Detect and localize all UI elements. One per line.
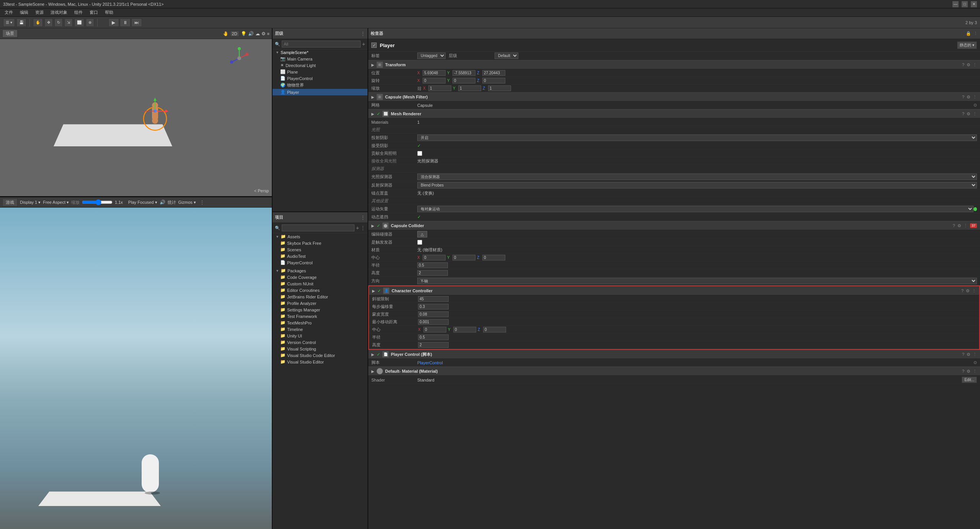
script-pick-icon[interactable]: ⊙ bbox=[973, 360, 977, 365]
menu-component[interactable]: 组件 bbox=[71, 9, 86, 16]
collider-cy-input[interactable]: 0 bbox=[452, 255, 475, 260]
edit-collider-btn[interactable]: △ bbox=[417, 231, 427, 237]
mesh-renderer-settings[interactable]: ⚙ bbox=[967, 111, 970, 116]
scene-tab[interactable]: 场景 bbox=[2, 29, 18, 38]
rot-y-input[interactable]: 0 bbox=[452, 78, 475, 84]
project-codecoverage[interactable]: 📁 Code Coverage bbox=[273, 274, 368, 280]
hierarchy-wuworld[interactable]: 🌍 物物世界 bbox=[273, 82, 368, 89]
audio-icon[interactable]: 🔊 bbox=[160, 200, 165, 205]
project-jetbrains[interactable]: 📁 JetBrains Rider Editor bbox=[273, 293, 368, 300]
transform-header[interactable]: ▶ ⊞ Transform ? ⚙ ⋮ bbox=[368, 60, 980, 69]
hierarchy-plane[interactable]: ⬜ Plane bbox=[273, 69, 368, 75]
project-playercontrol[interactable]: 📄 PlayerControl bbox=[273, 259, 368, 266]
menu-gameobject[interactable]: 游戏对象 bbox=[47, 9, 70, 16]
motion-vectors-dropdown[interactable]: 每对象运动 bbox=[417, 206, 973, 212]
scene-tool-more[interactable]: ≡ bbox=[267, 31, 270, 36]
project-profileanalyzer[interactable]: 📁 Profile Analyzer bbox=[273, 300, 368, 306]
edit-material-btn[interactable]: Edit... bbox=[962, 377, 977, 383]
collider-radius-input[interactable]: 0.5 bbox=[417, 262, 448, 268]
transform-more[interactable]: ⋮ bbox=[973, 62, 977, 67]
capsule-collider-settings[interactable]: ⚙ bbox=[957, 223, 961, 228]
cc-cz-input[interactable]: 0 bbox=[483, 327, 506, 332]
light-probes-dropdown[interactable]: 混合探测器 bbox=[417, 174, 977, 180]
pos-z-input[interactable]: 27.20443 bbox=[482, 70, 505, 76]
capsule-collider-more[interactable]: ⋮ bbox=[964, 223, 968, 228]
project-assets[interactable]: ▼ 📁 Assets bbox=[273, 233, 368, 240]
rect-tool[interactable]: ⬜ bbox=[74, 18, 84, 27]
gizmos-btn[interactable]: Gizmos ▾ bbox=[178, 200, 196, 205]
play-focused-btn[interactable]: Play Focused ▾ bbox=[128, 200, 157, 205]
cc-cy-input[interactable]: 0 bbox=[453, 327, 476, 332]
cc-height-input[interactable]: 2 bbox=[418, 342, 449, 348]
capsule-filter-help[interactable]: ? bbox=[962, 95, 964, 100]
player-control-checkbox[interactable]: ✓ bbox=[377, 352, 380, 357]
scene-tool-settings[interactable]: ⚙ bbox=[261, 31, 266, 36]
scale-z-input[interactable]: 1 bbox=[488, 85, 511, 91]
object-enabled-checkbox[interactable]: ✓ bbox=[371, 43, 377, 48]
player-control-header[interactable]: ▶ ✓ 📄 Player Control (脚本) ? ⚙ ⋮ bbox=[368, 350, 980, 359]
static-button[interactable]: 静态的 ▾ bbox=[957, 41, 977, 49]
transform-help[interactable]: ? bbox=[962, 62, 964, 67]
close-button[interactable]: ✕ bbox=[971, 1, 977, 7]
capsule-collider-header[interactable]: ▶ ✓ ⬤ Capsule Collider ? ⚙ ⋮ 37 bbox=[368, 221, 980, 230]
hand-tool[interactable]: ✋ bbox=[33, 18, 43, 27]
mesh-renderer-header[interactable]: ▶ ✓ ⬜ Mesh Renderer ? ⚙ ⋮ bbox=[368, 109, 980, 118]
capsule-collider-help[interactable]: ? bbox=[953, 223, 955, 228]
project-skybox[interactable]: 📁 Skybox Pack Free bbox=[273, 240, 368, 246]
hierarchy-main-camera[interactable]: 📷 Main Camera bbox=[273, 56, 368, 62]
mesh-renderer-help[interactable]: ? bbox=[962, 111, 964, 116]
save-btn[interactable]: 💾 bbox=[16, 18, 26, 27]
project-audiotest[interactable]: 📁 AudioTest bbox=[273, 253, 368, 259]
project-add-btn[interactable]: + bbox=[356, 225, 359, 231]
char-ctrl-settings[interactable]: ⚙ bbox=[966, 288, 970, 293]
scene-tool-audio[interactable]: 🔊 bbox=[248, 31, 254, 36]
collider-cz-input[interactable]: 0 bbox=[482, 255, 505, 260]
scale-y-input[interactable]: 1 bbox=[458, 85, 481, 91]
hierarchy-search-input[interactable] bbox=[282, 41, 361, 47]
default-material-more[interactable]: ⋮ bbox=[973, 369, 977, 374]
collider-cx-input[interactable]: 0 bbox=[423, 255, 446, 260]
stats-btn[interactable]: 统计 bbox=[168, 200, 176, 205]
scene-tool-light[interactable]: 💡 bbox=[241, 31, 247, 36]
default-material-settings[interactable]: ⚙ bbox=[967, 369, 970, 374]
scene-tool-hand[interactable]: 🤚 bbox=[223, 31, 229, 36]
rotate-tool[interactable]: ↻ bbox=[54, 18, 63, 27]
inspector-lock-icon[interactable]: 🔒 bbox=[966, 31, 971, 36]
project-vscode[interactable]: 📁 Visual Studio Code Editor bbox=[273, 352, 368, 359]
capsule-filter-header[interactable]: ▶ ⊞ Capsule (Mesh Filter) ? ⚙ ⋮ bbox=[368, 92, 980, 102]
step-button[interactable]: ⏭ bbox=[131, 18, 142, 27]
project-more-btn[interactable]: ⋮ bbox=[361, 225, 365, 231]
menu-help[interactable]: 帮助 bbox=[102, 9, 116, 16]
transform-settings[interactable]: ⚙ bbox=[967, 62, 970, 67]
rot-x-input[interactable]: 0 bbox=[423, 78, 446, 84]
capsule-filter-settings[interactable]: ⚙ bbox=[967, 95, 970, 100]
player-control-settings[interactable]: ⚙ bbox=[967, 352, 970, 357]
menu-assets[interactable]: 资源 bbox=[32, 9, 47, 16]
step-offset-input[interactable]: 0.3 bbox=[418, 304, 449, 310]
project-testframework[interactable]: 📁 Test Framework bbox=[273, 313, 368, 319]
cc-cx-input[interactable]: 0 bbox=[423, 327, 446, 332]
transform-tool[interactable]: ⊕ bbox=[86, 18, 94, 27]
project-versioncontrol[interactable]: 📁 Version Control bbox=[273, 339, 368, 346]
scale-slider[interactable] bbox=[82, 199, 113, 205]
capsule-collider-checkbox[interactable]: ✓ bbox=[377, 223, 380, 228]
char-ctrl-help[interactable]: ? bbox=[961, 288, 964, 293]
project-visualscripting[interactable]: 📁 Visual Scripting bbox=[273, 346, 368, 352]
default-material-header[interactable]: ▶ Default- Material (Material) ? ⚙ ⋮ bbox=[368, 367, 980, 376]
aspect-dropdown[interactable]: Free Aspect ▾ bbox=[43, 200, 69, 205]
cast-shadows-dropdown[interactable]: 开启 bbox=[417, 134, 977, 141]
hierarchy-more[interactable]: ⋮ bbox=[361, 31, 365, 36]
hierarchy-add-btn[interactable]: + bbox=[362, 41, 365, 47]
char-ctrl-more[interactable]: ⋮ bbox=[972, 288, 976, 293]
hierarchy-player-control[interactable]: 📄 PlayerControl bbox=[273, 75, 368, 82]
default-material-help[interactable]: ? bbox=[962, 369, 964, 374]
project-textmeshpro[interactable]: 📁 TextMeshPro bbox=[273, 319, 368, 326]
project-unityui[interactable]: 📁 Unity UI bbox=[273, 332, 368, 339]
display-dropdown[interactable]: Display 1 ▾ bbox=[20, 200, 41, 205]
hierarchy-directional-light[interactable]: ☀ Directional Light bbox=[273, 62, 368, 69]
minimize-button[interactable]: — bbox=[952, 1, 959, 7]
inspector-more[interactable]: ⋮ bbox=[973, 31, 978, 36]
min-move-dist-input[interactable]: 0.001 bbox=[418, 319, 449, 325]
more-btn[interactable]: ⋮ bbox=[200, 200, 204, 205]
char-ctrl-checkbox[interactable]: ✓ bbox=[377, 288, 381, 293]
